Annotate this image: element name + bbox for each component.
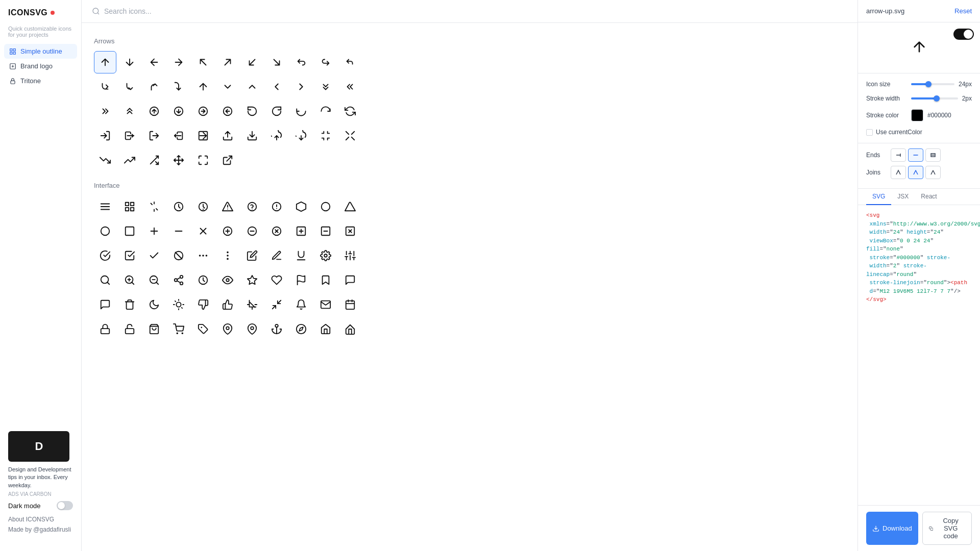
stroke-width-thumb[interactable] xyxy=(934,95,940,102)
icon-move[interactable] xyxy=(167,149,190,171)
icon-anchor[interactable] xyxy=(265,318,288,340)
icon-lock-open[interactable] xyxy=(118,318,141,340)
icon-rotate-cw-alt[interactable] xyxy=(265,100,288,122)
icon-circle-arrow-right[interactable] xyxy=(192,100,214,122)
icon-download[interactable] xyxy=(241,124,263,147)
icon-chevron-up[interactable] xyxy=(241,76,263,98)
icon-search-minus[interactable] xyxy=(143,269,165,291)
icon-clock2[interactable] xyxy=(192,269,214,291)
icon-map-pin[interactable] xyxy=(216,318,239,340)
joins-round-btn[interactable] xyxy=(908,166,923,179)
icon-lock[interactable] xyxy=(94,318,116,340)
icon-mail[interactable] xyxy=(314,293,337,316)
icon-square[interactable] xyxy=(118,220,141,242)
icon-chevron-left[interactable] xyxy=(265,76,288,98)
icon-arrow-undo[interactable] xyxy=(339,51,361,73)
icon-arrow-up-right[interactable] xyxy=(216,51,239,73)
sidebar-item-tritone[interactable]: Tritone xyxy=(4,73,77,88)
icon-size-slider[interactable] xyxy=(911,83,954,85)
icon-triangle[interactable] xyxy=(339,195,361,218)
icon-thumbs-up[interactable] xyxy=(216,293,239,316)
color-mode-toggle[interactable] xyxy=(953,29,974,40)
tab-react[interactable]: React xyxy=(915,189,943,205)
ends-square-btn[interactable] xyxy=(925,148,941,162)
icon-chevron-right[interactable] xyxy=(290,76,312,98)
icon-arrow-left[interactable] xyxy=(143,51,165,73)
icon-upload-cloud[interactable] xyxy=(265,124,288,147)
icon-plus[interactable] xyxy=(143,220,165,242)
icon-minus[interactable] xyxy=(167,220,190,242)
icon-arrow-up[interactable] xyxy=(94,51,116,73)
icon-bookmark[interactable] xyxy=(314,269,337,291)
icon-hexagon[interactable] xyxy=(290,195,312,218)
copy-svg-button[interactable]: Copy SVG code xyxy=(922,512,972,545)
icon-arrow-curve-down[interactable] xyxy=(118,76,141,98)
icon-arrow-return-left[interactable] xyxy=(290,51,312,73)
icon-loader[interactable] xyxy=(143,195,165,218)
icon-arrow-down[interactable] xyxy=(118,51,141,73)
joins-bevel-btn[interactable] xyxy=(925,166,941,179)
icon-minimize2[interactable] xyxy=(265,293,288,316)
made-by-link[interactable]: Made by @gaddafirusli xyxy=(8,524,73,535)
icon-bell[interactable] xyxy=(290,293,312,316)
icon-sun[interactable] xyxy=(167,293,190,316)
icon-clock-alert[interactable] xyxy=(192,195,214,218)
ends-butt-btn[interactable] xyxy=(891,148,906,162)
icon-square-plus[interactable] xyxy=(290,220,312,242)
icon-circle-arrow-up[interactable] xyxy=(143,100,165,122)
icon-check[interactable] xyxy=(143,244,165,267)
icon-search[interactable] xyxy=(94,269,116,291)
icon-chevrons-down[interactable] xyxy=(314,76,337,98)
icon-circle-arrow-down[interactable] xyxy=(167,100,190,122)
rp-reset-button[interactable]: Reset xyxy=(954,7,972,15)
icon-crop[interactable] xyxy=(241,293,263,316)
icon-sliders[interactable] xyxy=(339,244,361,267)
icon-size-thumb[interactable] xyxy=(925,81,932,87)
ends-round-btn[interactable] xyxy=(908,148,923,162)
icon-heart[interactable] xyxy=(265,269,288,291)
icon-square-minus[interactable] xyxy=(314,220,337,242)
icon-settings[interactable] xyxy=(314,244,337,267)
icon-download-cloud[interactable] xyxy=(290,124,312,147)
icon-trending-down[interactable] xyxy=(94,149,116,171)
icon-trash[interactable] xyxy=(118,293,141,316)
sidebar-item-brand-logo[interactable]: Brand logo xyxy=(4,59,77,73)
icon-calendar[interactable] xyxy=(339,293,361,316)
icon-thumbs-down[interactable] xyxy=(192,293,214,316)
tab-svg[interactable]: SVG xyxy=(866,189,891,205)
icon-map-pin2[interactable] xyxy=(241,318,263,340)
icon-chevrons-left[interactable] xyxy=(339,76,361,98)
icon-check-circle[interactable] xyxy=(94,244,116,267)
icon-info-circle[interactable] xyxy=(265,195,288,218)
icon-moon[interactable] xyxy=(143,293,165,316)
download-button[interactable]: Download xyxy=(866,512,918,545)
icon-circle-arrow-left[interactable] xyxy=(216,100,239,122)
icon-arrow-curve-down2[interactable] xyxy=(167,76,190,98)
icon-message[interactable] xyxy=(339,269,361,291)
icon-home[interactable] xyxy=(314,318,337,340)
icon-chevron-down[interactable] xyxy=(216,76,239,98)
icon-search-plus[interactable] xyxy=(118,269,141,291)
icon-menu[interactable] xyxy=(94,195,116,218)
icon-login2[interactable] xyxy=(118,124,141,147)
icon-ellipsis-v[interactable] xyxy=(216,244,239,267)
icon-logout2[interactable] xyxy=(167,124,190,147)
icon-compass[interactable] xyxy=(290,318,312,340)
about-link[interactable]: About ICONSVG xyxy=(8,514,73,524)
icon-shopping-cart[interactable] xyxy=(167,318,190,340)
icon-shopping-bag[interactable] xyxy=(143,318,165,340)
icon-expand-arrows[interactable] xyxy=(339,124,361,147)
icon-eye[interactable] xyxy=(216,269,239,291)
icon-grid[interactable] xyxy=(118,195,141,218)
icon-arrow-down-left[interactable] xyxy=(241,51,263,73)
icon-shuffle[interactable] xyxy=(143,149,165,171)
icon-rotate-left[interactable] xyxy=(290,100,312,122)
icon-logout[interactable] xyxy=(143,124,165,147)
current-color-checkbox[interactable] xyxy=(866,129,873,136)
icon-triangle-alert[interactable] xyxy=(216,195,239,218)
sidebar-item-simple-outline[interactable]: Simple outline xyxy=(4,44,77,59)
icon-check-square[interactable] xyxy=(118,244,141,267)
icon-arrow-up2[interactable] xyxy=(192,76,214,98)
icon-pen[interactable] xyxy=(265,244,288,267)
icon-home2[interactable] xyxy=(339,318,361,340)
